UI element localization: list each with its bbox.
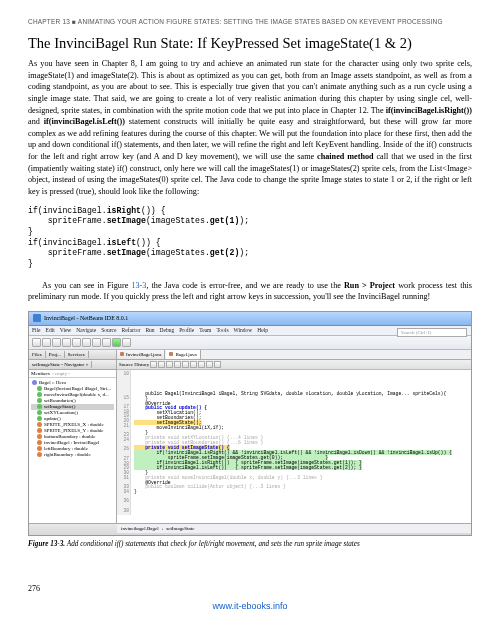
members-label: Members [31,371,50,376]
menu-profile[interactable]: Profile [179,327,194,333]
ide-search[interactable]: Search (Ctrl+I) [397,328,467,337]
paragraph-2: As you can see in Figure 13-3, the Java … [28,280,472,303]
ed-btn[interactable] [158,361,165,368]
menu-help[interactable]: Help [257,327,268,333]
section-title: The InvinciBagel Run State: If KeyPresse… [28,35,472,52]
breadcrumb-method[interactable]: setImageState [166,526,194,531]
build-button[interactable] [92,338,101,347]
paragraph-1: As you have seen in Chapter 8, I am goin… [28,58,472,198]
ed-btn[interactable] [214,361,221,368]
ide-titlebar: InvinciBagel - NetBeans IDE 8.0.1 [29,312,471,326]
menu-refactor[interactable]: Refactor [121,327,140,333]
run-button[interactable] [112,338,121,347]
chapter-header: CHAPTER 13 ■ ANIMATING YOUR ACTION FIGUR… [28,18,472,25]
editor-toolbar: Source History [117,360,471,370]
save-button[interactable] [62,338,71,347]
menu-debug[interactable]: Debug [160,327,175,333]
java-icon [169,352,173,356]
navigator-label: setImageState - Navigator × [29,361,92,368]
new-project-button[interactable] [42,338,51,347]
filter-box[interactable]: <empty> [52,371,70,376]
ed-btn[interactable] [182,361,189,368]
ed-btn[interactable] [174,361,181,368]
code-listing: if(invinciBagel.isRight()) { spriteFrame… [28,206,472,270]
breadcrumb-class[interactable]: invincibagel.Bagel [121,526,159,531]
open-button[interactable] [52,338,61,347]
ide-editor-area: InvinciBagel.java Bagel.java Source Hist… [117,350,471,523]
ed-btn[interactable] [190,361,197,368]
undo-button[interactable] [72,338,81,347]
code-editor[interactable]: 10 15 1718192021 2324 26 2728293031 3334… [117,370,471,523]
ed-btn[interactable] [150,361,157,368]
tab-files[interactable]: Files [29,351,46,358]
tab-projects[interactable]: Proj... [46,351,65,358]
navigator-tree[interactable]: Bagel :: Hero Bagel(InvinciBagel iBagel,… [29,378,116,460]
debug-button[interactable] [122,338,131,347]
figure-caption: Figure 13-3. Add conditional if() statem… [28,540,472,548]
menu-team[interactable]: Team [199,327,211,333]
java-icon [120,352,124,356]
ide-screenshot: InvinciBagel - NetBeans IDE 8.0.1 File E… [28,311,472,536]
clean-build-button[interactable] [102,338,111,347]
ide-left-panel: Files Proj... Services setImageState - N… [29,350,117,523]
footer-link[interactable]: www.it-ebooks.info [212,601,287,611]
tree-right[interactable]: rightBoundary : double [31,452,114,458]
editor-tab-invincibagel[interactable]: InvinciBagel.java [117,350,165,359]
menu-tools[interactable]: Tools [216,327,228,333]
menu-navigate[interactable]: Navigate [76,327,96,333]
netbeans-icon [33,314,41,322]
line-gutter: 10 15 1718192021 2324 26 2728293031 3334… [117,370,131,516]
ed-btn[interactable] [206,361,213,368]
menu-file[interactable]: File [32,327,41,333]
menu-edit[interactable]: Edit [46,327,55,333]
ed-btn[interactable] [166,361,173,368]
page-number: 276 [28,584,40,593]
ed-btn[interactable] [198,361,205,368]
ide-toolbar [29,336,471,350]
tab-services[interactable]: Services [65,351,89,358]
menu-window[interactable]: Window [234,327,253,333]
menu-view[interactable]: View [60,327,72,333]
menu-source[interactable]: Source [101,327,116,333]
editor-tab-bagel[interactable]: Bagel.java [166,350,200,359]
redo-button[interactable] [82,338,91,347]
source-history-toggle[interactable]: Source History [119,362,149,367]
new-file-button[interactable] [32,338,41,347]
menu-run[interactable]: Run [145,327,154,333]
ide-title: InvinciBagel - NetBeans IDE 8.0.1 [44,315,128,321]
